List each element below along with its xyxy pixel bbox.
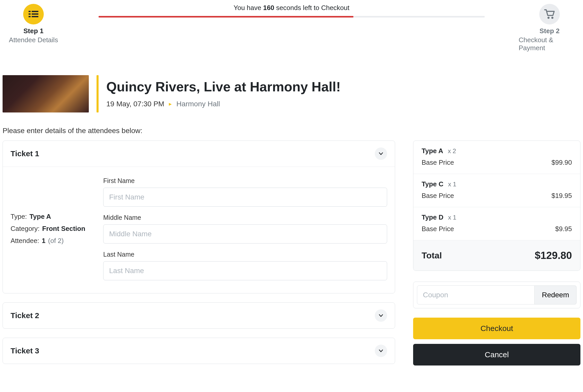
svg-rect-1 [32,11,38,12]
timer-seconds: 160 [263,4,274,12]
caret-right-icon: ▸ [169,101,172,107]
meta-type-label: Type: [11,213,27,221]
summary-item-name: Type D [422,213,443,221]
meta-category-label: Category: [11,225,40,233]
summary-item-amount: $19.95 [551,192,572,200]
event-title: Quincy Rivers, Live at Harmony Hall! [106,80,341,94]
coupon-input[interactable] [417,285,535,304]
summary-item-amount: $9.95 [555,225,572,233]
ticket-1-title: Ticket 1 [11,149,39,158]
checkout-button[interactable]: Checkout [413,318,580,339]
redeem-button[interactable]: Redeem [535,285,577,304]
meta-attendee-label: Attendee: [11,237,39,245]
event-header: Quincy Rivers, Live at Harmony Hall! 19 … [3,75,580,112]
meta-attendee-total: (of 2) [48,237,64,245]
meta-category-value: Front Section [42,225,85,233]
ticket-1-header[interactable]: Ticket 1 [3,141,395,167]
event-venue: Harmony Hall [176,100,220,108]
step-2-subtitle: Checkout & Payment [519,36,580,52]
first-name-label: First Name [103,177,387,185]
timer-suffix: seconds left to Checkout [274,4,350,12]
summary-item-amount: $99.90 [551,159,572,167]
ticket-3-header[interactable]: Ticket 3 [3,338,395,364]
ticket-2-header[interactable]: Ticket 2 [3,303,395,328]
coupon-row: Redeem [413,282,580,308]
event-date: 19 May, 07:30 PM [106,100,164,108]
step-2-indicator: Step 2 Checkout & Payment [519,4,580,52]
svg-rect-4 [29,16,31,17]
summary-item-line-label: Base Price [422,225,454,233]
event-image [3,75,89,112]
summary-total-amount: $129.80 [535,250,572,261]
middle-name-label: Middle Name [103,214,387,221]
ticket-2-title: Ticket 2 [11,311,39,320]
summary-item: Type Ax 2 Base Price$99.90 [413,141,580,174]
summary-item-line-label: Base Price [422,192,454,200]
summary-item-name: Type C [422,180,443,188]
svg-point-6 [547,17,550,19]
last-name-input[interactable] [103,261,387,280]
event-divider [97,75,99,112]
meta-attendee-value: 1 [42,237,45,245]
timer-progress-bar [99,16,485,18]
summary-item-qty: x 2 [448,147,456,154]
svg-rect-2 [29,13,31,15]
svg-rect-5 [32,16,38,17]
ticket-3-title: Ticket 3 [11,346,39,355]
step-2-title: Step 2 [540,27,560,35]
step-1-indicator: Step 1 Attendee Details [3,4,64,44]
ticket-card-1: Ticket 1 Type: Type A Category: Front Se… [3,141,395,293]
step-1-title: Step 1 [23,27,43,35]
countdown-timer: You have 160 seconds left to Checkout [64,4,519,18]
instruction-text: Please enter details of the attendees be… [3,127,580,135]
step-1-subtitle: Attendee Details [9,36,58,44]
middle-name-input[interactable] [103,224,387,243]
ticket-card-2: Ticket 2 [3,302,395,329]
ticket-card-3: Ticket 3 [3,338,395,364]
summary-item: Type Dx 1 Base Price$9.95 [413,207,580,240]
last-name-label: Last Name [103,251,387,258]
summary-total-row: Total $129.80 [413,240,580,271]
summary-item: Type Cx 1 Base Price$19.95 [413,174,580,207]
cancel-button[interactable]: Cancel [413,344,580,365]
chevron-down-icon[interactable] [375,147,387,160]
svg-point-7 [551,17,553,19]
first-name-input[interactable] [103,188,387,207]
summary-total-label: Total [422,250,442,260]
cart-icon [539,4,560,24]
summary-item-line-label: Base Price [422,159,454,167]
ticket-1-meta: Type: Type A Category: Front Section Att… [11,177,95,280]
order-summary: Type Ax 2 Base Price$99.90 Type Cx 1 Bas… [413,141,580,271]
svg-rect-3 [32,13,38,15]
list-icon [23,4,44,24]
summary-item-qty: x 1 [448,214,456,221]
summary-item-name: Type A [422,147,443,155]
svg-rect-0 [29,11,31,12]
meta-type-value: Type A [30,213,51,221]
chevron-down-icon[interactable] [375,345,387,357]
summary-item-qty: x 1 [448,181,456,188]
timer-prefix: You have [233,4,263,12]
chevron-down-icon[interactable] [375,309,387,322]
checkout-steps-header: Step 1 Attendee Details You have 160 sec… [3,4,580,52]
